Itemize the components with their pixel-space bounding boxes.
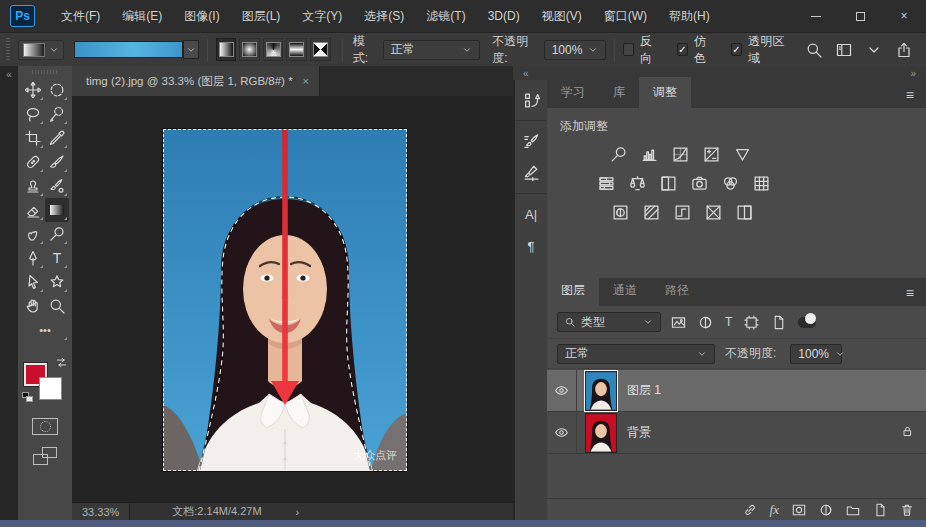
levels-icon[interactable] xyxy=(639,144,659,164)
reflected-gradient-button[interactable] xyxy=(286,38,307,61)
custom-shape-tool[interactable] xyxy=(45,270,69,294)
search-icon[interactable] xyxy=(806,42,822,58)
character-panel-icon[interactable]: A| xyxy=(516,198,546,230)
type-tool[interactable]: T xyxy=(45,246,69,270)
layer-visibility-toggle[interactable] xyxy=(547,412,577,453)
photo-filter-icon[interactable] xyxy=(689,173,709,193)
new-group-icon[interactable] xyxy=(846,503,860,517)
crop-tool[interactable] xyxy=(21,126,45,150)
layer-row-background[interactable]: 背景 xyxy=(547,412,926,454)
diamond-gradient-button[interactable] xyxy=(310,38,331,61)
document-tab[interactable]: timg (2).jpg @ 33.3% (图层 1, RGB/8#) * × xyxy=(72,66,320,96)
opacity-select[interactable]: 100% xyxy=(544,40,606,60)
angle-gradient-button[interactable] xyxy=(263,38,284,61)
background-color-swatch[interactable] xyxy=(39,377,62,400)
menu-image[interactable]: 图像(I) xyxy=(174,2,229,31)
workspace-switcher-icon[interactable] xyxy=(836,42,852,58)
pixel-layer-filter-icon[interactable] xyxy=(671,315,686,330)
delete-layer-icon[interactable] xyxy=(900,503,914,517)
selective-color-icon[interactable] xyxy=(734,202,754,222)
menu-view[interactable]: 视图(V) xyxy=(532,2,592,31)
transparency-checkbox[interactable]: ✓ 透明区域 xyxy=(731,33,790,67)
chevron-down-icon[interactable] xyxy=(866,42,882,58)
share-icon[interactable] xyxy=(896,42,912,58)
eraser-tool[interactable] xyxy=(21,198,45,222)
new-adjustment-layer-icon[interactable] xyxy=(819,503,833,517)
dither-checkbox[interactable]: ✓ 仿色 xyxy=(677,33,715,67)
color-balance-icon[interactable] xyxy=(627,173,647,193)
menu-3d[interactable]: 3D(D) xyxy=(478,3,530,29)
clone-stamp-tool[interactable] xyxy=(21,174,45,198)
tab-close-icon[interactable]: × xyxy=(303,75,309,87)
menu-window[interactable]: 窗口(W) xyxy=(594,2,657,31)
status-menu-arrow[interactable]: › xyxy=(296,506,300,518)
zoom-level-field[interactable]: 33.33% xyxy=(72,503,130,520)
path-selection-tool[interactable] xyxy=(21,270,45,294)
menu-file[interactable]: 文件(F) xyxy=(51,2,110,31)
layer-name[interactable]: 背景 xyxy=(627,424,651,441)
layer-row-layer1[interactable]: 图层 1 xyxy=(547,370,926,412)
add-layer-mask-icon[interactable] xyxy=(792,503,806,517)
linear-gradient-button[interactable] xyxy=(216,38,237,61)
quick-selection-tool[interactable] xyxy=(45,102,69,126)
paragraph-panel-icon[interactable]: ¶ xyxy=(516,230,546,262)
collapse-panels-icon[interactable]: « xyxy=(6,69,12,80)
exposure-icon[interactable] xyxy=(701,144,721,164)
brush-settings-panel-icon[interactable] xyxy=(516,125,546,157)
swap-colors-icon[interactable] xyxy=(55,356,68,369)
close-button[interactable]: × xyxy=(882,0,926,32)
tab-layers[interactable]: 图层 xyxy=(547,275,599,306)
layer-blend-mode-select[interactable]: 正常 xyxy=(557,344,715,364)
color-lookup-icon[interactable] xyxy=(751,173,771,193)
curves-icon[interactable] xyxy=(670,144,690,164)
smart-object-filter-icon[interactable] xyxy=(771,315,786,330)
canvas-image[interactable]: 大众点评 xyxy=(163,129,407,471)
tab-paths[interactable]: 路径 xyxy=(651,275,703,306)
options-drag-handle[interactable] xyxy=(6,38,10,62)
history-panel-icon[interactable] xyxy=(516,84,546,116)
layer-name[interactable]: 图层 1 xyxy=(627,382,661,399)
layer-opacity-select[interactable]: 100% xyxy=(790,344,842,364)
expand-dock-icon[interactable]: » xyxy=(910,68,916,79)
channel-mixer-icon[interactable] xyxy=(720,173,740,193)
gradient-picker-chevron[interactable] xyxy=(183,40,199,59)
quick-mask-button[interactable] xyxy=(32,418,58,435)
gradient-tool[interactable] xyxy=(45,198,69,222)
layer-thumbnail[interactable] xyxy=(585,371,617,411)
link-layers-icon[interactable] xyxy=(743,503,757,517)
layer-effects-icon[interactable]: fx xyxy=(770,502,779,518)
reverse-checkbox[interactable]: ✓ 反向 xyxy=(623,33,661,67)
tab-libraries[interactable]: 库 xyxy=(599,77,639,108)
adjustment-layer-filter-icon[interactable] xyxy=(698,315,713,330)
layer-visibility-toggle[interactable] xyxy=(547,370,577,411)
marquee-tool[interactable] xyxy=(45,78,69,102)
vibrance-icon[interactable] xyxy=(732,144,752,164)
menu-select[interactable]: 选择(S) xyxy=(354,2,414,31)
shape-layer-filter-icon[interactable] xyxy=(744,315,759,330)
filter-toggle[interactable] xyxy=(798,317,816,328)
blend-mode-select[interactable]: 正常 xyxy=(383,40,480,60)
layer-thumbnail[interactable] xyxy=(585,413,617,453)
new-layer-icon[interactable] xyxy=(873,503,887,517)
toolbar-drag-handle[interactable] xyxy=(32,70,58,74)
radial-gradient-button[interactable] xyxy=(239,38,260,61)
canvas-pasteboard[interactable]: 大众点评 xyxy=(72,96,513,502)
collapse-strip-icon[interactable]: « xyxy=(523,68,529,79)
brightness-contrast-icon[interactable] xyxy=(608,144,628,164)
brush-tool[interactable] xyxy=(45,150,69,174)
gradient-map-icon[interactable] xyxy=(703,202,723,222)
menu-help[interactable]: 帮助(H) xyxy=(659,2,720,31)
menu-layer[interactable]: 图层(L) xyxy=(232,2,291,31)
healing-brush-tool[interactable] xyxy=(21,150,45,174)
eyedropper-tool[interactable] xyxy=(45,126,69,150)
smudge-tool[interactable] xyxy=(21,222,45,246)
mixer-brush-tool[interactable] xyxy=(45,174,69,198)
black-white-icon[interactable] xyxy=(658,173,678,193)
posterize-icon[interactable] xyxy=(641,202,661,222)
brushes-panel-icon[interactable] xyxy=(516,157,546,189)
panel-menu-icon[interactable]: ≡ xyxy=(906,286,926,306)
screen-mode-button[interactable] xyxy=(33,447,57,465)
move-tool[interactable] xyxy=(21,78,45,102)
menu-edit[interactable]: 编辑(E) xyxy=(112,2,172,31)
hue-saturation-icon[interactable] xyxy=(596,173,616,193)
